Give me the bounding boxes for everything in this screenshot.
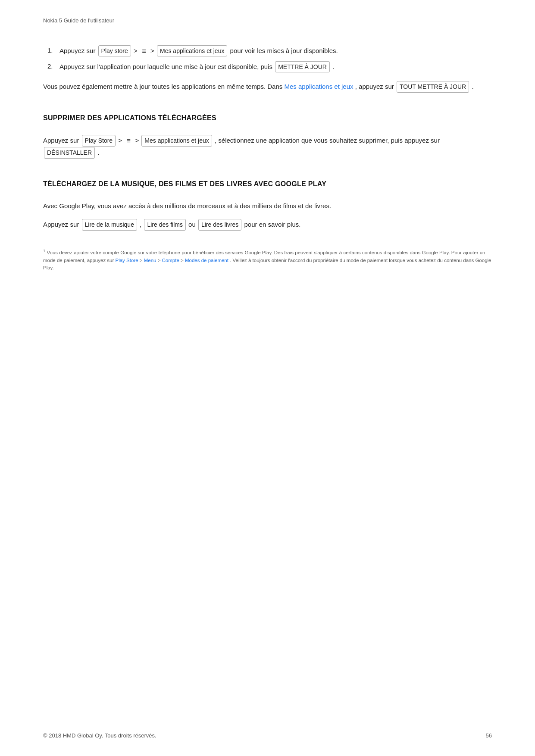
section-telechargez: TÉLÉCHARGEZ DE LA MUSIQUE, DES FILMS ET …	[43, 180, 492, 231]
para2-sep1: ,	[138, 221, 144, 228]
footnote-section: 1 Vous devez ajouter votre compte Google…	[43, 248, 492, 272]
supprimer-end: .	[96, 149, 99, 156]
list-number-2: 2.	[47, 61, 59, 72]
footnote-text: 1 Vous devez ajouter votre compte Google…	[43, 248, 492, 272]
list1-code-playstore: Play store	[98, 45, 131, 56]
supprimer-arrow2: >	[133, 137, 141, 144]
footnote-link-modes: Modes de paiement	[185, 258, 228, 263]
footer-copyright: © 2018 HMD Global Oy. Tous droits réserv…	[43, 732, 156, 739]
list-number-1: 1.	[47, 45, 59, 57]
section-supprimer: SUPPRIMER DES APPLICATIONS TÉLÉCHARGÉES …	[43, 114, 492, 158]
para2-code-musique: Lire de la musique	[82, 219, 137, 231]
list1-arrow1: >	[132, 47, 139, 54]
list2-text-before: Appuyez sur l'application pour laquelle …	[59, 63, 334, 70]
supprimer-code-desinstaller: DÉSINSTALLER	[44, 147, 95, 159]
list1-code-mesapps: Mes applications et jeux	[157, 45, 227, 56]
header-title: Nokia 5 Guide de l'utilisateur	[43, 17, 114, 24]
footnote-superscript: 1	[43, 248, 45, 253]
list-item-2: 2. Appuyez sur l'application pour laquel…	[47, 61, 492, 72]
supprimer-menu-icon: ≡	[125, 135, 132, 147]
para1-code-toutmettre: TOUT METTRE À JOUR	[397, 81, 469, 93]
page-container: Nokia 5 Guide de l'utilisateur 1. Appuye…	[0, 0, 535, 756]
supprimer-code-mesapps: Mes applications et jeux	[141, 135, 212, 147]
main-content: 1. Appuyez sur Play store > ≡ > Mes appl…	[43, 45, 492, 272]
telechargez-para1: Avec Google Play, vous avez accès à des …	[43, 201, 492, 212]
list-item-1: 1. Appuyez sur Play store > ≡ > Mes appl…	[47, 45, 492, 57]
list1-text-before: Appuyez sur	[59, 47, 97, 54]
footnote-body: Vous devez ajouter votre compte Google s…	[43, 250, 491, 270]
supprimer-para: Appuyez sur Play Store > ≡ > Mes applica…	[43, 135, 492, 158]
footnote-link-playstore: Play Store	[116, 258, 138, 263]
para1-before: Vous pouvez également mettre à jour tout…	[43, 83, 396, 90]
page-header: Nokia 5 Guide de l'utilisateur	[43, 17, 492, 24]
list2-code-mettre: METTRE À JOUR	[275, 61, 330, 72]
para1-link: Mes applications et jeux	[284, 83, 353, 90]
list1-arrow2: >	[149, 47, 156, 54]
section-telechargez-heading: TÉLÉCHARGEZ DE LA MUSIQUE, DES FILMS ET …	[43, 180, 492, 188]
supprimer-code-playstore: Play Store	[82, 135, 116, 147]
para2-code-films: Lire des films	[144, 219, 185, 231]
para2-code-livres: Lire des livres	[198, 219, 241, 231]
page-footer: © 2018 HMD Global Oy. Tous droits réserv…	[43, 732, 492, 739]
list-text-1: Appuyez sur Play store > ≡ > Mes applica…	[59, 45, 338, 57]
supprimer-before: Appuyez sur	[43, 137, 81, 144]
list1-text-after: pour voir les mises à jour disponibles.	[228, 47, 338, 54]
footnote-link-compte: Compte	[162, 258, 179, 263]
list1-menu-icon: ≡	[140, 46, 148, 57]
telechargez-para2: Appuyez sur Lire de la musique , Lire de…	[43, 219, 492, 231]
para2-before: Appuyez sur	[43, 221, 81, 228]
para1-end: .	[470, 83, 473, 90]
para2-after: pour en savoir plus.	[242, 221, 300, 228]
supprimer-arrow1: >	[116, 137, 124, 144]
footer-page-number: 56	[486, 732, 492, 739]
para2-sep2: ou	[187, 221, 197, 228]
update-instructions-list: 1. Appuyez sur Play store > ≡ > Mes appl…	[43, 45, 492, 72]
footnote-link-menu: Menu	[144, 258, 156, 263]
supprimer-mid: , sélectionnez une application que vous …	[213, 137, 440, 144]
list-text-2: Appuyez sur l'application pour laquelle …	[59, 61, 334, 72]
section-supprimer-heading: SUPPRIMER DES APPLICATIONS TÉLÉCHARGÉES	[43, 114, 492, 122]
update-all-para: Vous pouvez également mettre à jour tout…	[43, 81, 492, 93]
